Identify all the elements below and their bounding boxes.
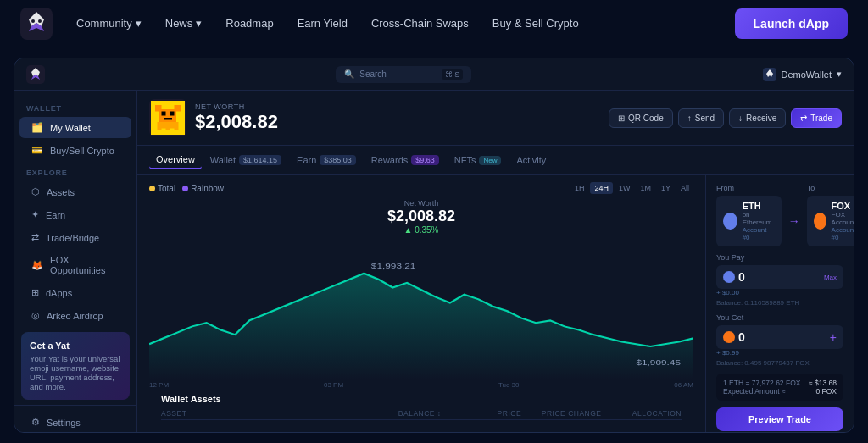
qr-code-button[interactable]: ⊞ QR Code [609,108,673,128]
svg-rect-18 [162,129,166,136]
launch-dapp-button[interactable]: Launch dApp [735,8,848,39]
to-asset[interactable]: FOX FOX Accounts Account #0 [807,196,854,246]
chart-timeframes: 1H 24H 1W 1M 1Y All [570,182,693,194]
tf-1w[interactable]: 1W [615,182,635,194]
sidebar-item-my-wallet[interactable]: 🗂️ My Wallet [19,117,131,138]
to-col: To FOX FOX Accounts Account #0 [807,184,854,246]
sidebar-item-dapps[interactable]: ⊞ dApps [19,282,131,303]
svg-point-4 [38,19,42,23]
wallet-icon [763,68,776,81]
chart-time-labels: 12 PM 03 PM Tue 30 06 AM [149,381,693,389]
rainbow-dot [182,186,188,191]
tab-rewards[interactable]: Rewards $9.63 [364,152,446,169]
tf-24h[interactable]: 24H [590,182,613,194]
app-search-bar[interactable]: 🔍 Search ⌘ S [336,66,471,83]
tf-1h[interactable]: 1H [570,182,589,194]
receive-button[interactable]: ↓ Receive [729,108,786,128]
wallet-tab-badge: $1,614.15 [239,155,281,165]
buy-sell-icon: 💳 [31,145,43,156]
promo-text: Your Yat is your universal emoji usernam… [30,354,121,391]
sidebar-item-earn[interactable]: ✦ Earn [19,204,131,225]
search-shortcut: ⌘ S [442,69,464,80]
navbar-left: Community ▾ News ▾ Roadmap Earn Yield Cr… [20,8,579,40]
trade-button[interactable]: ⇄ Trade [791,108,842,128]
nav-buy-sell-crypto[interactable]: Buy & Sell Crypto [492,17,579,30]
chart-net-worth: Net Worth $2,008.82 ▲ 0.35% [149,199,693,235]
svg-rect-17 [158,122,179,130]
you-get-input[interactable]: 0 + [716,325,843,349]
svg-text:$1,909.45: $1,909.45 [636,357,681,367]
sidebar-item-assets[interactable]: ⬡ Assets [19,181,131,202]
pay-balance: Balance: 0.110589889 ETH [716,299,843,307]
dapps-icon: ⊞ [31,287,39,298]
sidebar-item-arkeo[interactable]: ◎ Arkeo Airdrop [19,305,131,326]
search-icon: 🔍 [344,69,354,79]
nav-news[interactable]: News ▾ [165,17,203,30]
trade-icon: ⇄ [31,232,39,243]
total-toggle[interactable]: Total [149,184,175,193]
wallet-badge[interactable]: DemoWallet ▾ [763,68,843,81]
chevron-down-icon: ▾ [136,17,142,30]
sidebar-item-trade-bridge[interactable]: ⇄ Trade/Bridge [19,227,131,248]
nav-community[interactable]: Community ▾ [76,17,142,30]
nav-cross-chain-swaps[interactable]: Cross-Chain Swaps [371,17,469,30]
nav-roadmap[interactable]: Roadmap [225,17,273,30]
main-panel: Net Worth $2,008.82 ⊞ QR Code ↑ Send [137,91,854,432]
nav-earn-yield[interactable]: Earn Yield [298,17,348,30]
tf-all[interactable]: All [676,182,693,194]
tab-activity[interactable]: Activity [509,152,553,169]
from-col: From ETH on Ethereum Account #0 [716,184,782,246]
wallet-name: DemoWallet [782,69,832,80]
fox-logo[interactable] [20,8,53,40]
tab-wallet[interactable]: Wallet $1,614.15 [203,152,288,169]
wallet-icon: 🗂️ [31,122,43,133]
from-asset[interactable]: ETH on Ethereum Account #0 [716,196,782,246]
chart-controls: Total Rainbow 1H 24H [149,182,693,194]
tf-1y[interactable]: 1Y [657,182,675,194]
sidebar-item-fox-opp[interactable]: 🦊 FOX Opportunities [19,250,131,280]
pay-eth-icon [723,271,735,283]
you-pay-input[interactable]: 0 Max [716,265,843,289]
wallet-tabs: Overview Wallet $1,614.15 Earn $385.03 R… [137,146,854,175]
tab-earn[interactable]: Earn $385.03 [290,152,363,169]
total-dot [149,186,155,191]
tab-nfts[interactable]: NFTs New [448,152,509,169]
svg-rect-19 [170,129,175,136]
trade-icon: ⇄ [800,114,807,123]
svg-rect-14 [162,112,166,116]
send-button[interactable]: ↑ Send [678,108,724,128]
get-usd: + $0.99 [716,349,843,357]
main-content: 🔍 Search ⌘ S DemoWallet ▾ WALLET [0,47,868,443]
preview-trade-button[interactable]: Preview Trade [716,407,843,431]
earn-icon: ✦ [31,209,39,220]
assets-table-header: ASSET BALANCE ↕ PRICE PRICE CHANGE ALLOC… [161,407,682,420]
sidebar: WALLET 🗂️ My Wallet 💳 Buy/Sell Crypto EX… [14,91,137,432]
from-to-row: From ETH on Ethereum Account #0 [716,184,843,246]
swap-arrow-icon: → [788,184,800,246]
chart-change: ▲ 0.35% [149,225,693,235]
receive-icon: ↓ [738,114,743,123]
add-icon[interactable]: + [830,330,837,344]
net-worth-amount: $2,008.82 [195,111,609,133]
get-fox-icon [723,331,735,343]
trade-panel: From ETH on Ethereum Account #0 [705,175,854,432]
you-get-section: You Get 0 + + $0.99 Balance: 0.495 98 [716,313,843,367]
tab-overview[interactable]: Overview [149,151,202,169]
rate-row: 1 ETH = 77,972.62 FOX ≈ $13.68 [723,379,837,387]
svg-rect-16 [164,118,172,120]
tf-1m[interactable]: 1M [636,182,655,194]
price-chart: $1,993.21 $1,909.45 [149,238,693,379]
sidebar-promo[interactable]: Get a Yat Your Yat is your universal emo… [21,332,130,400]
sidebar-item-settings[interactable]: ⚙ Settings [19,412,131,432]
chart-left: Total Rainbow 1H 24H [137,175,705,432]
rainbow-toggle[interactable]: Rainbow [182,184,224,193]
max-button[interactable]: Max [824,274,837,281]
search-placeholder: Search [359,69,387,79]
get-balance: Balance: 0.495 98779437 FOX [716,359,843,367]
nfts-tab-badge: New [479,156,501,165]
sidebar-item-buy-sell[interactable]: 💳 Buy/Sell Crypto [19,140,131,161]
wallet-dropdown-icon: ▾ [837,69,842,80]
get-value: 0 [723,330,745,344]
wallet-info: Net Worth $2,008.82 [195,102,609,133]
settings-icon: ⚙ [31,417,40,428]
